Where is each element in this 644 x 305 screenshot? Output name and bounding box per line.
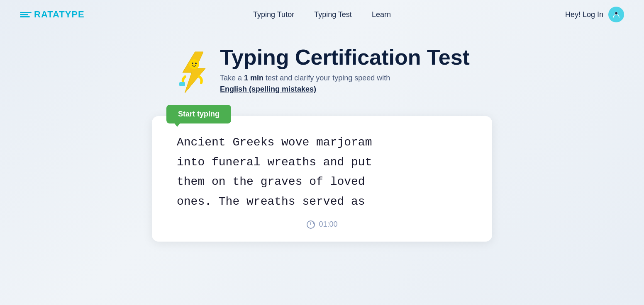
logo-icon — [20, 10, 32, 19]
start-typing-button[interactable]: Start typing — [166, 105, 231, 123]
timer-icon — [306, 220, 315, 229]
mascot-icon — [174, 50, 212, 91]
nav-link-typing-tutor[interactable]: Typing Tutor — [253, 10, 294, 19]
svg-rect-1 — [20, 14, 28, 15]
header-section: Typing Certification Test Take a 1 min t… — [174, 46, 470, 95]
navbar: RATATYPE Typing Tutor Typing Test Learn … — [0, 0, 644, 29]
timer-display: 01:00 — [319, 220, 337, 229]
language-link[interactable]: English (spelling mistakes) — [220, 85, 316, 93]
subtitle-bold: 1 min — [244, 74, 263, 82]
logo[interactable]: RATATYPE — [20, 9, 85, 20]
svg-point-10 — [195, 63, 197, 64]
svg-point-5 — [615, 13, 616, 13]
typing-passage: Ancient Greeks wove marjoram into funera… — [177, 133, 467, 211]
typing-text-box: Ancient Greeks wove marjoram into funera… — [152, 116, 492, 241]
svg-marker-7 — [183, 52, 205, 93]
subtitle-mid: test and clarify your typing speed with — [263, 74, 390, 82]
title-block: Typing Certification Test Take a 1 min t… — [220, 46, 470, 95]
svg-point-9 — [192, 63, 193, 64]
main-content: Typing Certification Test Take a 1 min t… — [0, 29, 644, 242]
avatar[interactable] — [608, 7, 624, 22]
start-button-wrap: Start typing — [166, 105, 478, 123]
svg-rect-2 — [20, 16, 30, 17]
nav-links: Typing Tutor Typing Test Learn — [253, 10, 391, 19]
subtitle-prefix: Take a — [220, 74, 244, 82]
nav-right: Hey! Log In — [565, 7, 624, 22]
logo-text: RATATYPE — [34, 9, 85, 20]
page-title: Typing Certification Test — [220, 46, 470, 69]
svg-point-4 — [615, 12, 617, 15]
nav-link-learn[interactable]: Learn — [372, 10, 391, 19]
timer-row: 01:00 — [177, 220, 467, 229]
nav-link-typing-test[interactable]: Typing Test — [314, 10, 352, 19]
svg-rect-0 — [20, 12, 32, 13]
svg-point-8 — [189, 59, 199, 69]
login-button[interactable]: Hey! Log In — [565, 10, 603, 19]
subtitle: Take a 1 min test and clarify your typin… — [220, 73, 470, 95]
svg-rect-11 — [179, 82, 185, 86]
